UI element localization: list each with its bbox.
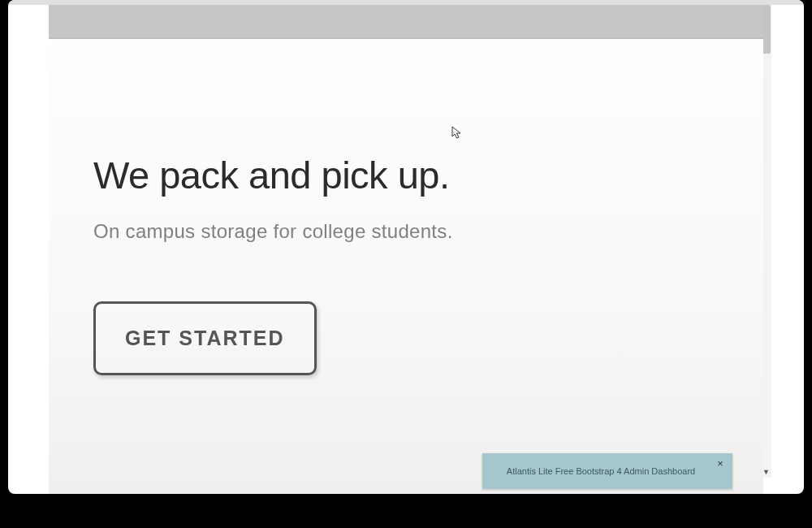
hero-section: We pack and pick up. On campus storage f… [49,39,763,494]
header-bar [49,5,763,39]
bottom-vignette [0,494,812,528]
close-icon[interactable]: × [715,458,726,470]
toast-message: Atlantis Lite Free Bootstrap 4 Admin Das… [507,466,695,476]
notification-toast[interactable]: Atlantis Lite Free Bootstrap 4 Admin Das… [482,453,732,489]
hero-subtitle: On campus storage for college students. [93,220,719,243]
page-viewport: We pack and pick up. On campus storage f… [49,5,763,494]
get-started-button[interactable]: GET STARTED [93,301,317,375]
browser-window: ▼ We pack and pick up. On campus storage… [8,0,804,494]
hero-title: We pack and pick up. [93,153,719,197]
